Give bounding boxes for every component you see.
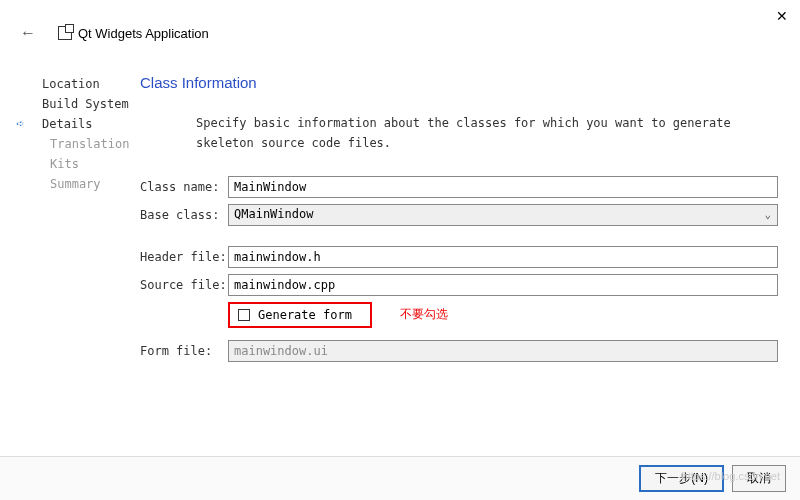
- generate-form-checkbox[interactable]: [238, 309, 250, 321]
- class-name-input[interactable]: [228, 176, 778, 198]
- section-title: Class Information: [140, 74, 778, 91]
- sidebar-item-location[interactable]: Location: [42, 74, 140, 94]
- chevron-down-icon: ⌄: [764, 208, 771, 221]
- next-button[interactable]: 下一步(N): [639, 465, 724, 492]
- form-file-label: Form file:: [140, 344, 228, 358]
- sidebar-item-kits[interactable]: Kits: [42, 154, 140, 174]
- section-description: Specify basic information about the clas…: [140, 113, 778, 154]
- header-file-input[interactable]: [228, 246, 778, 268]
- wizard-footer: 下一步(N) 取消: [0, 456, 800, 500]
- close-icon[interactable]: ✕: [776, 8, 788, 24]
- annotation-text: 不要勾选: [400, 306, 448, 323]
- annotation-highlight-box: Generate form: [228, 302, 372, 328]
- header-file-label: Header file:: [140, 250, 228, 264]
- sidebar-item-label: Details: [42, 117, 93, 131]
- generate-form-label: Generate form: [258, 308, 352, 322]
- base-class-select[interactable]: QMainWindow ⌄: [228, 204, 778, 226]
- base-class-value: QMainWindow: [234, 207, 313, 221]
- source-file-input[interactable]: [228, 274, 778, 296]
- back-arrow-icon[interactable]: ←: [12, 20, 44, 46]
- source-file-label: Source file:: [140, 278, 228, 292]
- active-step-arrow-icon: ➪: [16, 116, 24, 131]
- app-title: Qt Widgets Application: [78, 26, 209, 41]
- sidebar-item-build-system[interactable]: Build System: [42, 94, 140, 114]
- class-name-label: Class name:: [140, 180, 228, 194]
- cancel-button[interactable]: 取消: [732, 465, 786, 492]
- sidebar-item-details[interactable]: ➪ Details: [42, 114, 140, 134]
- sidebar-item-summary[interactable]: Summary: [42, 174, 140, 194]
- main-panel: Class Information Specify basic informat…: [140, 74, 800, 368]
- form-file-input: [228, 340, 778, 362]
- wizard-sidebar: Location Build System ➪ Details Translat…: [0, 74, 140, 368]
- app-icon: [58, 26, 72, 40]
- base-class-label: Base class:: [140, 208, 228, 222]
- sidebar-item-translation[interactable]: Translation: [42, 134, 140, 154]
- wizard-header: ← Qt Widgets Application: [0, 0, 800, 46]
